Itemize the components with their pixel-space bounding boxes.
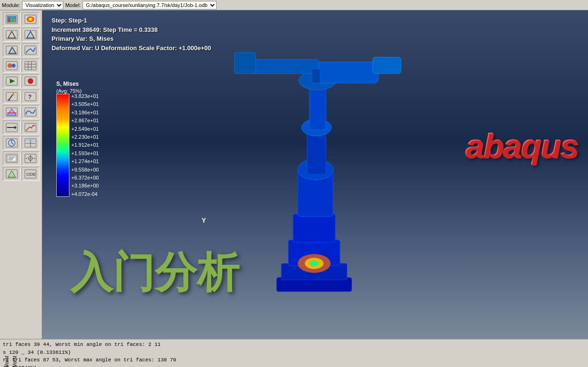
tool-table[interactable] [22, 136, 39, 150]
svg-rect-80 [253, 60, 319, 74]
toolbar-row-2 [3, 28, 39, 42]
toolbar-row-3 [3, 43, 39, 57]
svg-point-8 [29, 18, 31, 20]
legend-value: +1.593e+01 [71, 151, 99, 156]
tool-odb[interactable]: ODB [22, 167, 39, 181]
legend: S, Mises (Avg: 75%) +3.823e+01+3.505e+01… [56, 81, 99, 197]
legend-value: +2.867e+01 [71, 118, 99, 123]
toolbar-row-6: ? [3, 90, 39, 104]
tool-display[interactable] [3, 167, 21, 181]
svg-rect-81 [234, 52, 256, 74]
tool-xy-data[interactable] [22, 120, 39, 135]
tool-query[interactable]: ? [22, 90, 39, 104]
legend-value: +1.912e+01 [71, 142, 99, 148]
legend-value: +4.072e-04 [71, 192, 99, 197]
svg-rect-20 [25, 61, 36, 70]
svg-rect-82 [312, 69, 320, 83]
toolbar-row-4 [3, 59, 39, 73]
tool-probe[interactable] [3, 90, 21, 104]
tool-deformed[interactable] [22, 28, 39, 42]
svg-point-28 [28, 78, 33, 84]
svg-point-70 [309, 261, 319, 266]
model-label: Model: [65, 2, 81, 8]
toolbar-row-8 [3, 120, 39, 135]
tool-undeformed[interactable] [3, 28, 21, 42]
module-label: Module: [2, 2, 20, 8]
status-line-3: ri tri faces 87 53, Worst max angle on t… [3, 356, 585, 364]
tool-view-cut[interactable] [3, 105, 21, 119]
tool-report[interactable] [3, 151, 21, 165]
tool-contour[interactable] [22, 12, 39, 26]
legend-value: +1.274e+01 [71, 159, 99, 164]
legend-value: +3.186e+01 [71, 110, 99, 115]
svg-rect-71 [293, 214, 335, 242]
legend-value: +9.558e+00 [71, 167, 99, 172]
tool-options[interactable] [22, 151, 39, 165]
tool-grid[interactable] [22, 59, 39, 73]
svg-point-31 [8, 99, 10, 101]
primary-var-label: Primary Var: S, Mises [52, 34, 211, 44]
model-select[interactable]: G:/abaqus_course/xunlianying.7.7/sk/day1… [83, 1, 217, 9]
axis-y-label: Y [202, 217, 206, 224]
main-layout: ? [0, 10, 588, 339]
tool-stream[interactable] [22, 105, 39, 119]
legend-value: +3.823e+01 [71, 94, 99, 99]
tool-history[interactable] [3, 136, 21, 150]
svg-point-55 [30, 158, 31, 159]
legend-value: +3.186e+00 [71, 183, 99, 188]
toolbar-row-1 [3, 12, 39, 26]
svg-text:ODB: ODB [26, 172, 36, 177]
tool-record[interactable] [22, 74, 39, 88]
abaqus-watermark: abaqus [466, 127, 579, 166]
svg-point-19 [12, 64, 15, 67]
toolbar-row-5 [3, 74, 39, 88]
legend-value: +2.549e+01 [71, 127, 99, 132]
svg-rect-78 [317, 62, 378, 83]
tool-path[interactable] [22, 43, 39, 57]
increment-label: Increment 38649: Step Time = 0.3338 [52, 25, 211, 35]
left-toolbar: ? [0, 10, 42, 339]
tool-arrows[interactable] [3, 120, 21, 135]
svg-rect-4 [14, 19, 15, 22]
color-strip [56, 94, 69, 197]
status-line-2: s 120 _ 34 (0.133611%) [3, 349, 585, 357]
step-label: Step: Step-1 [52, 16, 211, 25]
status-bar: tri faces 39 44, Worst min angle on tri … [0, 339, 588, 367]
tool-superimposed[interactable] [3, 43, 21, 57]
toolbar-row-11: ODB [3, 167, 39, 181]
tool-animate[interactable] [3, 74, 21, 88]
chinese-text-overlay: 入门分析 [70, 244, 239, 301]
toolbar-row-9 [3, 136, 39, 150]
toolbar-row-7 [3, 105, 39, 119]
legend-value: +2.230e+01 [71, 135, 99, 140]
svg-point-18 [8, 63, 12, 68]
legend-labels: +3.823e+01+3.505e+01+3.186e+01+2.867e+01… [71, 94, 99, 197]
svg-rect-3 [11, 17, 13, 22]
toolbar-row-10 [3, 151, 39, 165]
legend-value: +6.372e+00 [71, 175, 99, 180]
legend-value: +3.505e+01 [71, 102, 99, 107]
viewport[interactable]: Step: Step-1 Increment 38649: Step Time … [42, 10, 588, 339]
legend-colorbar: +3.823e+01+3.505e+01+3.186e+01+2.867e+01… [56, 94, 99, 197]
svg-rect-79 [373, 57, 401, 74]
legend-title: S, Mises [56, 81, 99, 87]
step-info: Step: Step-1 Increment 38649: Step Time … [52, 16, 211, 52]
top-toolbar: Module: Visualization Model: G:/abaqus_c… [0, 0, 588, 10]
tool-material[interactable] [3, 59, 21, 73]
status-line-1: tri faces 39 44, Worst min angle on tri … [3, 341, 585, 349]
deformed-var-label: Deformed Var: U Deformation Scale Factor… [52, 44, 211, 53]
svg-text:?: ? [28, 94, 31, 100]
module-select[interactable]: Visualization [22, 1, 63, 9]
svg-rect-2 [8, 18, 10, 22]
worst-worst-label: Worst Worst [3, 356, 18, 367]
tool-common-plot[interactable] [3, 12, 21, 26]
